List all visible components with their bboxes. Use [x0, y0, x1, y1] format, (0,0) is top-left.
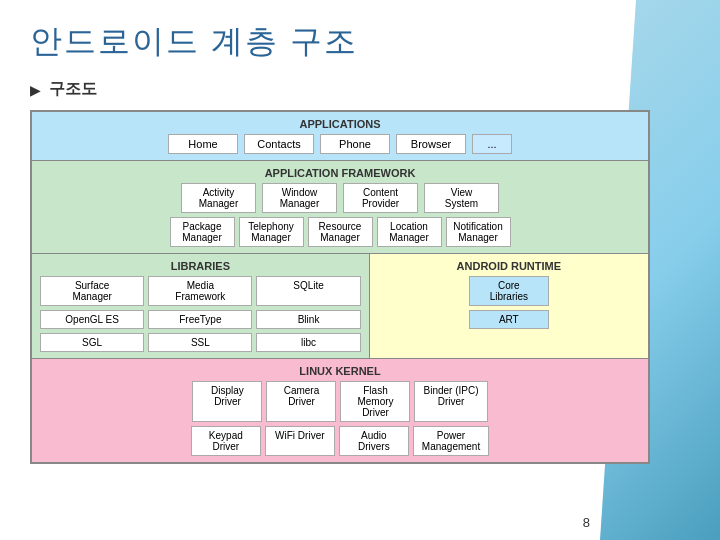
lib-blink: Blink: [256, 310, 360, 329]
lib-surface-manager: SurfaceManager: [40, 276, 144, 306]
libraries-label: LIBRARIES: [40, 260, 361, 272]
kernel-flash-driver: FlashMemoryDriver: [340, 381, 410, 422]
bullet-arrow-icon: ▶: [30, 82, 41, 98]
app-browser: Browser: [396, 134, 466, 154]
applications-row: Home Contacts Phone Browser ...: [40, 134, 640, 154]
subtitle-row: ▶ 구조도: [30, 79, 690, 100]
kernel-binder-driver: Binder (IPC)Driver: [414, 381, 487, 422]
slide-content: 안드로이드 계층 구조 ▶ 구조도 APPLICATIONS Home Cont…: [0, 0, 720, 474]
app-contacts: Contacts: [244, 134, 314, 154]
fw-resource-manager: ResourceManager: [308, 217, 373, 247]
lib-libc: libc: [256, 333, 360, 352]
fw-notification-manager: NotificationManager: [446, 217, 511, 247]
applications-label: APPLICATIONS: [40, 118, 640, 130]
runtime-grid: CoreLibraries ART: [378, 276, 640, 329]
runtime-label: ANDROID RUNTIME: [378, 260, 640, 272]
fw-package-manager: PackageManager: [170, 217, 235, 247]
framework-layer: APPLICATION FRAMEWORK ActivityManager Wi…: [32, 161, 648, 254]
lib-media-framework: MediaFramework: [148, 276, 252, 306]
kernel-camera-driver: CameraDriver: [266, 381, 336, 422]
fw-telephony-manager: TelephonyManager: [239, 217, 304, 247]
framework-row2: PackageManager TelephonyManager Resource…: [40, 217, 640, 247]
fw-location-manager: LocationManager: [377, 217, 442, 247]
lib-opengl: OpenGL ES: [40, 310, 144, 329]
libraries-grid: SurfaceManager MediaFramework SQLite Ope…: [40, 276, 361, 352]
framework-label: APPLICATION FRAMEWORK: [40, 167, 640, 179]
lib-freetype: FreeType: [148, 310, 252, 329]
fw-view-system: ViewSystem: [424, 183, 499, 213]
libraries-layer: LIBRARIES SurfaceManager MediaFramework …: [32, 254, 370, 358]
android-architecture-diagram: APPLICATIONS Home Contacts Phone Browser…: [30, 110, 650, 464]
kernel-row1: DisplayDriver CameraDriver FlashMemoryDr…: [40, 381, 640, 422]
subtitle-text: 구조도: [49, 79, 97, 100]
kernel-layer: LINUX KERNEL DisplayDriver CameraDriver …: [32, 359, 648, 462]
fw-window-manager: WindowManager: [262, 183, 337, 213]
page-number: 8: [583, 515, 590, 530]
runtime-layer: ANDROID RUNTIME CoreLibraries ART: [370, 254, 648, 358]
fw-activity-manager: ActivityManager: [181, 183, 256, 213]
kernel-power-management: PowerManagement: [413, 426, 489, 456]
app-phone: Phone: [320, 134, 390, 154]
app-ellipsis: ...: [472, 134, 512, 154]
lib-sqlite: SQLite: [256, 276, 360, 306]
lib-ssl: SSL: [148, 333, 252, 352]
kernel-audio-drivers: AudioDrivers: [339, 426, 409, 456]
applications-layer: APPLICATIONS Home Contacts Phone Browser…: [32, 112, 648, 161]
kernel-wifi-driver: WiFi Driver: [265, 426, 335, 456]
rt-core-libraries: CoreLibraries: [469, 276, 549, 306]
kernel-keypad-driver: KeypadDriver: [191, 426, 261, 456]
middle-layer: LIBRARIES SurfaceManager MediaFramework …: [32, 254, 648, 359]
framework-row1: ActivityManager WindowManager ContentPro…: [40, 183, 640, 213]
slide-title: 안드로이드 계층 구조: [30, 20, 690, 64]
fw-content-provider: ContentProvider: [343, 183, 418, 213]
app-home: Home: [168, 134, 238, 154]
kernel-label: LINUX KERNEL: [40, 365, 640, 377]
kernel-row2: KeypadDriver WiFi Driver AudioDrivers Po…: [40, 426, 640, 456]
lib-sgl: SGL: [40, 333, 144, 352]
rt-art: ART: [469, 310, 549, 329]
kernel-display-driver: DisplayDriver: [192, 381, 262, 422]
